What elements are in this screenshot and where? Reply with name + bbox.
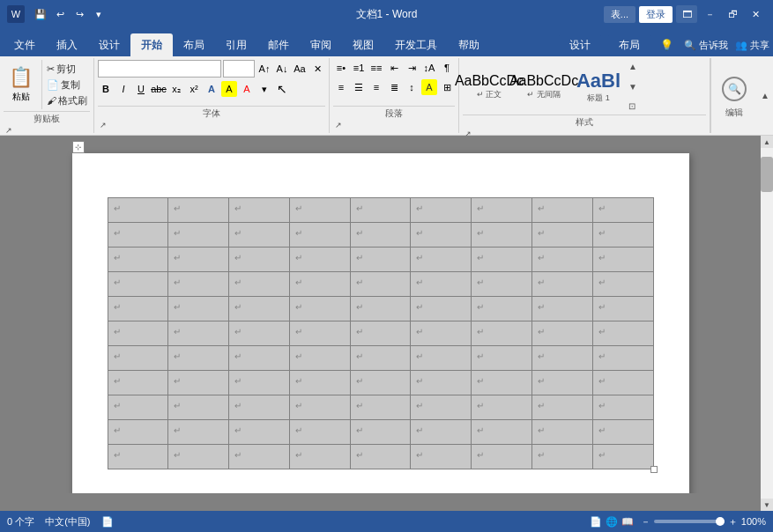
justify-btn[interactable]: ≣	[386, 79, 402, 95]
decrease-indent-btn[interactable]: ⇤	[386, 60, 402, 76]
zoom-thumb[interactable]	[716, 517, 725, 526]
clear-format-btn[interactable]: ✕	[309, 61, 325, 77]
cut-btn[interactable]: ✂ 剪切	[44, 62, 90, 77]
font-name-input[interactable]	[98, 60, 221, 78]
underline-btn[interactable]: U	[133, 81, 149, 97]
table-row	[289, 198, 350, 223]
table-row	[108, 272, 168, 297]
scroll-thumb[interactable]	[761, 157, 773, 192]
table-row	[592, 371, 653, 395]
paste-btn[interactable]: 📋 粘贴	[4, 60, 38, 109]
tab-view[interactable]: 视图	[342, 33, 384, 56]
table-row	[168, 420, 229, 445]
customize-quick-btn[interactable]: ▾	[90, 5, 108, 23]
maximize-btn[interactable]: 🗗	[722, 5, 743, 23]
tab-design[interactable]: 设计	[88, 33, 130, 56]
show-marks-btn[interactable]: ¶	[439, 60, 455, 76]
sort-btn[interactable]: ↕A	[421, 60, 437, 76]
login-btn[interactable]: 登录	[639, 6, 673, 23]
status-right: 📄 🌐 📖 － ＋ 100%	[590, 515, 766, 528]
copy-btn[interactable]: 📄 复制	[44, 78, 90, 92]
table-row	[108, 395, 168, 420]
superscript-btn[interactable]: x²	[186, 81, 202, 97]
grow-font-btn[interactable]: A↑	[256, 61, 272, 77]
view-web-btn[interactable]: 🌐	[606, 516, 618, 528]
align-right-btn[interactable]: ≡	[368, 79, 384, 95]
table-btn[interactable]: 表...	[604, 6, 635, 23]
share-btn[interactable]: 👥 共享	[735, 39, 769, 52]
bullets-btn[interactable]: ≡•	[333, 60, 349, 76]
tab-references[interactable]: 引用	[215, 33, 257, 56]
format-painter-btn[interactable]: 🖌 格式刷	[44, 93, 90, 108]
tab-home[interactable]: 开始	[130, 33, 173, 56]
tab-layout[interactable]: 布局	[173, 33, 215, 56]
table-row	[229, 445, 290, 469]
font-size-input[interactable]	[223, 60, 255, 78]
styles-scroll: ▲ ▼ ⊡	[628, 62, 637, 111]
table-row	[531, 371, 592, 395]
table-move-handle[interactable]: ⊹	[72, 141, 85, 153]
align-left-btn[interactable]: ≡	[333, 79, 349, 95]
table-row	[168, 248, 229, 272]
close-btn[interactable]: ✕	[745, 5, 766, 23]
zoom-slider[interactable]	[654, 520, 725, 523]
paragraph-label: 段落 ↗	[333, 106, 455, 131]
tab-mailings[interactable]: 邮件	[257, 33, 300, 56]
font-color-btn[interactable]: A	[239, 81, 255, 97]
strikethrough-btn[interactable]: abc	[151, 81, 167, 97]
title-bar-left: W 💾 ↩ ↪ ▾	[7, 5, 108, 23]
ribbon-scroll-btn[interactable]: ▲	[759, 91, 771, 100]
text-effect-btn[interactable]: A	[204, 81, 219, 97]
zoom-in-btn[interactable]: ＋	[728, 515, 738, 528]
align-center-btn[interactable]: ☰	[351, 79, 367, 95]
tab-review[interactable]: 审阅	[300, 33, 342, 56]
italic-btn[interactable]: I	[115, 81, 131, 97]
view-read-btn[interactable]: 📖	[621, 516, 634, 528]
undo-quick-btn[interactable]: ↩	[51, 5, 69, 23]
multilevel-btn[interactable]: ≡≡	[368, 60, 384, 76]
tab-help[interactable]: 帮助	[448, 33, 490, 56]
tab-table-design[interactable]: 设计	[559, 33, 601, 56]
shading-btn[interactable]: A	[421, 79, 437, 95]
clipboard-expand[interactable]: ↗	[4, 125, 14, 136]
bold-btn[interactable]: B	[98, 81, 114, 97]
zoom-out-btn[interactable]: －	[641, 515, 650, 528]
tab-developer[interactable]: 开发工具	[384, 33, 448, 56]
style-heading1[interactable]: AaBl 标题 1	[572, 60, 625, 113]
style-no-space[interactable]: AaBbCcDc ↵ 无间隔	[517, 60, 570, 113]
scroll-up-btn[interactable]: ▲	[761, 136, 773, 148]
table-row	[472, 198, 532, 223]
paragraph-expand[interactable]: ↗	[333, 120, 344, 130]
shrink-font-btn[interactable]: A↓	[274, 61, 290, 77]
border-btn[interactable]: ⊞	[439, 79, 455, 95]
tab-file[interactable]: 文件	[4, 33, 46, 56]
scroll-down-btn[interactable]: ▼	[761, 499, 773, 511]
table-resize-handle[interactable]	[650, 466, 658, 473]
scroll-track[interactable]	[761, 148, 773, 499]
view-print-btn[interactable]: 📄	[590, 516, 602, 528]
save-quick-btn[interactable]: 💾	[32, 5, 49, 23]
help-icon[interactable]: 💡	[658, 35, 677, 55]
team-btn[interactable]: 🗖	[676, 5, 697, 23]
styles-scroll-down[interactable]: ▼	[628, 82, 637, 92]
redo-quick-btn[interactable]: ↪	[71, 5, 88, 23]
font-color-arrow[interactable]: ▾	[256, 81, 272, 97]
table-row	[531, 248, 592, 272]
search-btn[interactable]: 🔍	[718, 73, 750, 105]
font-expand[interactable]: ↗	[98, 120, 108, 130]
subscript-btn[interactable]: x₂	[168, 81, 184, 97]
table-row	[289, 445, 350, 469]
tab-table-layout[interactable]: 布局	[608, 33, 650, 56]
minimize-btn[interactable]: －	[699, 5, 720, 23]
styles-more[interactable]: ⊡	[628, 101, 637, 111]
tab-insert[interactable]: 插入	[46, 33, 88, 56]
increase-indent-btn[interactable]: ⇥	[404, 60, 420, 76]
styles-scroll-up[interactable]: ▲	[628, 62, 637, 71]
tell-me-btn[interactable]: 🔍 告诉我	[684, 39, 728, 52]
line-spacing-btn[interactable]: ↕	[404, 79, 420, 95]
style-normal[interactable]: AaBbCcDc ↵ 正文	[463, 60, 516, 113]
text-highlight-btn[interactable]: A	[221, 81, 237, 97]
numbering-btn[interactable]: ≡1	[351, 60, 367, 76]
table-row	[229, 198, 290, 223]
change-case-btn[interactable]: Aa	[292, 61, 308, 77]
